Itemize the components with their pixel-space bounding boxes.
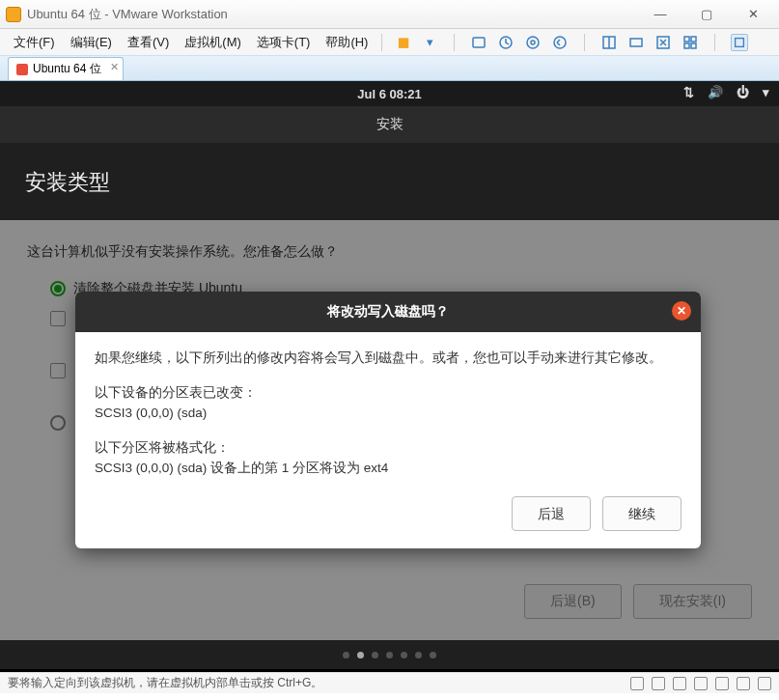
snapshot-manager-icon[interactable] [524, 34, 542, 51]
svg-rect-12 [691, 43, 696, 48]
vmware-titlebar: Ubuntu 64 位 - VMware Workstation ― ▢ ✕ [0, 0, 779, 29]
maximize-button[interactable]: ▢ [694, 7, 719, 21]
installer-install-button[interactable]: 现在安装(I) [633, 584, 752, 619]
vm-tab-icon [16, 64, 28, 75]
dialog-header: 将改动写入磁盘吗？ ✕ [75, 292, 701, 332]
device-net-icon[interactable] [673, 677, 686, 690]
vmware-statusbar: 要将输入定向到该虚拟机，请在虚拟机内部单击或按 Ctrl+G。 [0, 672, 779, 693]
device-sound-icon[interactable] [715, 677, 729, 690]
menu-edit[interactable]: 编辑(E) [63, 34, 120, 51]
unity-icon[interactable] [682, 34, 699, 51]
status-message: 要将输入定向到该虚拟机，请在虚拟机内部单击或按 Ctrl+G。 [8, 675, 322, 691]
menu-help[interactable]: 帮助(H) [318, 34, 376, 51]
dialog-title: 将改动写入磁盘吗？ [327, 303, 449, 321]
svg-point-2 [527, 37, 539, 48]
dot [343, 652, 349, 658]
svg-rect-9 [684, 37, 689, 42]
vmware-tabbar: Ubuntu 64 位 ✕ [0, 56, 779, 81]
network-icon[interactable]: ⇅ [683, 85, 694, 99]
view-console-icon[interactable] [600, 34, 618, 51]
stretch-icon[interactable] [654, 34, 672, 51]
dropdown-icon[interactable]: ▾ [421, 34, 438, 51]
dot-current [357, 652, 364, 658]
chevron-down-icon[interactable]: ▾ [763, 85, 769, 99]
dialog-parttable-label: 以下设备的分区表已改变： [95, 385, 257, 400]
dialog-parttable-device: SCSI3 (0,0,0) (sda) [95, 406, 207, 420]
svg-rect-13 [736, 38, 744, 46]
minimize-button[interactable]: ― [648, 7, 673, 21]
vmware-app-icon [6, 7, 21, 22]
device-cd-icon[interactable] [652, 677, 665, 690]
dot [401, 652, 407, 658]
revert-icon[interactable] [551, 34, 569, 51]
volume-icon[interactable]: 🔊 [708, 85, 723, 99]
installer-back-button[interactable]: 后退(B) [524, 584, 622, 619]
dialog-format-detail: SCSI3 (0,0,0) (sda) 设备上的第 1 分区将设为 ext4 [95, 461, 388, 475]
dot [415, 652, 422, 658]
confirm-write-dialog: 将改动写入磁盘吗？ ✕ 如果您继续，以下所列出的修改内容将会写入到磁盘中。或者，… [75, 292, 701, 548]
svg-rect-11 [684, 43, 689, 48]
installer-heading: 安装类型 [0, 143, 779, 220]
vm-tab-label: Ubuntu 64 位 [33, 61, 101, 77]
power-icon[interactable]: ⏻ [737, 85, 749, 99]
menu-view[interactable]: 查看(V) [120, 34, 177, 51]
gnome-clock: Jul 6 08:21 [357, 87, 422, 101]
svg-rect-7 [630, 39, 642, 46]
menu-file[interactable]: 文件(F) [6, 34, 63, 51]
svg-rect-10 [691, 37, 696, 42]
dialog-intro: 如果您继续，以下所列出的修改内容将会写入到磁盘中。或者，您也可以手动来进行其它修… [95, 348, 682, 369]
pause-icon[interactable]: ▮▮ [394, 34, 411, 51]
window-title: Ubuntu 64 位 - VMware Workstation [27, 6, 648, 23]
device-display-icon[interactable] [758, 677, 771, 690]
fullscreen-icon[interactable] [731, 34, 748, 51]
carousel-dots [0, 640, 779, 669]
dialog-close-button[interactable]: ✕ [672, 301, 691, 321]
menu-vm[interactable]: 虚拟机(M) [177, 34, 249, 51]
dialog-continue-button[interactable]: 继续 [602, 496, 682, 531]
dialog-back-button[interactable]: 后退 [512, 496, 591, 531]
device-usb-icon[interactable] [694, 677, 708, 690]
device-hdd-icon[interactable] [630, 677, 644, 690]
svg-rect-0 [473, 38, 485, 47]
guest-screen: Jul 6 08:21 ⇅ 🔊 ⏻ ▾ 安装 安装类型 这台计算机似乎没有安装操… [0, 81, 779, 672]
installer-subheader: 安装 [0, 106, 779, 143]
dot [430, 652, 436, 658]
installer-question: 这台计算机似乎没有安装操作系统。您准备怎么做？ [27, 243, 752, 261]
device-printer-icon[interactable] [737, 677, 750, 690]
vm-tab-ubuntu[interactable]: Ubuntu 64 位 ✕ [8, 57, 124, 80]
close-icon[interactable]: ✕ [110, 61, 119, 73]
close-button[interactable]: ✕ [740, 7, 765, 21]
dialog-format-label: 以下分区将被格式化： [95, 440, 230, 455]
view-thumbnail-icon[interactable] [627, 34, 645, 51]
dot [372, 652, 378, 658]
dot [386, 652, 393, 658]
vmware-menubar: 文件(F) 编辑(E) 查看(V) 虚拟机(M) 选项卡(T) 帮助(H) ▮▮… [0, 29, 779, 56]
snapshot-icon[interactable] [497, 34, 515, 51]
gnome-top-bar: Jul 6 08:21 ⇅ 🔊 ⏻ ▾ [0, 81, 779, 106]
svg-point-4 [554, 37, 566, 48]
send-ctrlaltdel-icon[interactable] [470, 34, 487, 51]
svg-point-3 [531, 41, 535, 44]
menu-tabs[interactable]: 选项卡(T) [249, 34, 319, 51]
